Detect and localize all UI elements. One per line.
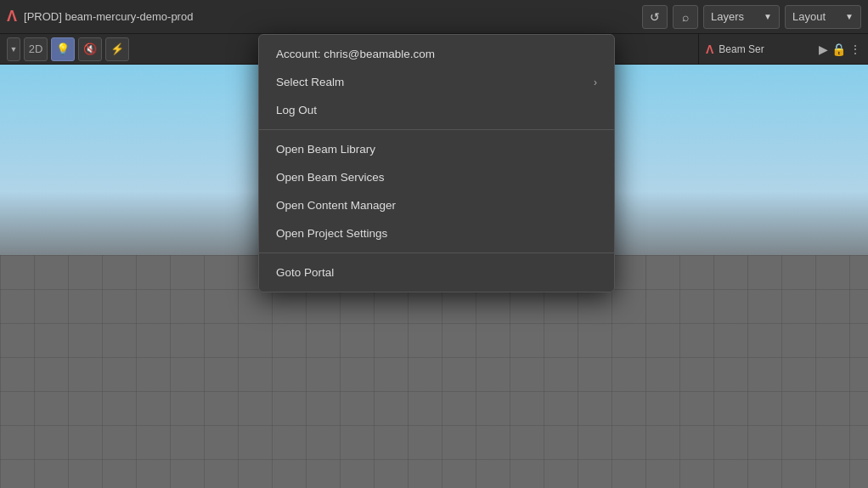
arrow-down-icon: ▼ <box>10 45 18 54</box>
light-icon: 💡 <box>56 43 70 55</box>
search-icon: ⌕ <box>682 10 689 24</box>
2d-label: 2D <box>29 43 43 55</box>
logout-item[interactable]: Log Out <box>259 96 614 124</box>
open-content-manager-label: Open Content Manager <box>276 199 396 212</box>
open-beam-services-label: Open Beam Services <box>276 171 385 184</box>
right-panel-actions: ▶ 🔒 ⋮ <box>819 43 861 56</box>
select-realm-chevron: › <box>594 77 597 88</box>
history-icon: ↺ <box>650 10 660 24</box>
layout-dropdown[interactable]: Layout ▼ <box>785 5 861 29</box>
logout-label: Log Out <box>276 104 317 116</box>
layout-arrow-icon: ▼ <box>845 12 854 21</box>
main-toolbar: Λ [PROD] beam-mercury-demo-prod ↺ ⌕ Laye… <box>0 0 868 34</box>
layers-label: Layers <box>711 10 744 23</box>
layout-label: Layout <box>792 10 826 23</box>
play-icon[interactable]: ▶ <box>819 43 828 56</box>
right-panel-header: Λ Beam Ser ▶ 🔒 ⋮ <box>698 34 868 65</box>
open-project-settings-label: Open Project Settings <box>276 227 387 240</box>
beamable-logo[interactable]: Λ <box>7 8 17 26</box>
open-project-settings-item[interactable]: Open Project Settings <box>259 219 614 247</box>
goto-portal-item[interactable]: Goto Portal <box>259 258 614 287</box>
layers-dropdown[interactable]: Layers ▼ <box>703 5 780 29</box>
audio-icon: 🔇 <box>83 43 97 55</box>
project-title: [PROD] beam-mercury-demo-prod <box>24 10 637 23</box>
logo-symbol: Λ <box>7 8 17 26</box>
select-realm-item[interactable]: Select Realm › <box>259 68 614 96</box>
transform-arrow-button[interactable]: ▼ <box>7 37 20 61</box>
separator-2 <box>259 253 614 253</box>
search-button[interactable]: ⌕ <box>673 5 698 29</box>
effects-button[interactable]: ⚡ <box>105 37 129 61</box>
goto-portal-label: Goto Portal <box>276 266 334 279</box>
effects-icon: ⚡ <box>110 43 124 55</box>
light-button[interactable]: 💡 <box>51 37 75 61</box>
open-beam-services-item[interactable]: Open Beam Services <box>259 163 614 191</box>
lock-icon[interactable]: 🔒 <box>831 43 846 56</box>
audio-button[interactable]: 🔇 <box>78 37 102 61</box>
open-beam-library-label: Open Beam Library <box>276 143 375 156</box>
layers-arrow-icon: ▼ <box>764 12 772 21</box>
history-button[interactable]: ↺ <box>642 5 668 29</box>
2d-button[interactable]: 2D <box>24 37 48 61</box>
open-beam-library-item[interactable]: Open Beam Library <box>259 135 614 163</box>
more-icon[interactable]: ⋮ <box>849 43 861 56</box>
select-realm-label: Select Realm <box>276 76 344 88</box>
separator-1 <box>259 129 614 130</box>
account-label: Account: chris@beamable.com <box>259 40 614 68</box>
context-menu: Account: chris@beamable.com Select Realm… <box>258 34 615 292</box>
beam-service-label: Beam Ser <box>719 43 814 55</box>
beam-logo-right: Λ <box>706 43 713 56</box>
open-content-manager-item[interactable]: Open Content Manager <box>259 191 614 219</box>
